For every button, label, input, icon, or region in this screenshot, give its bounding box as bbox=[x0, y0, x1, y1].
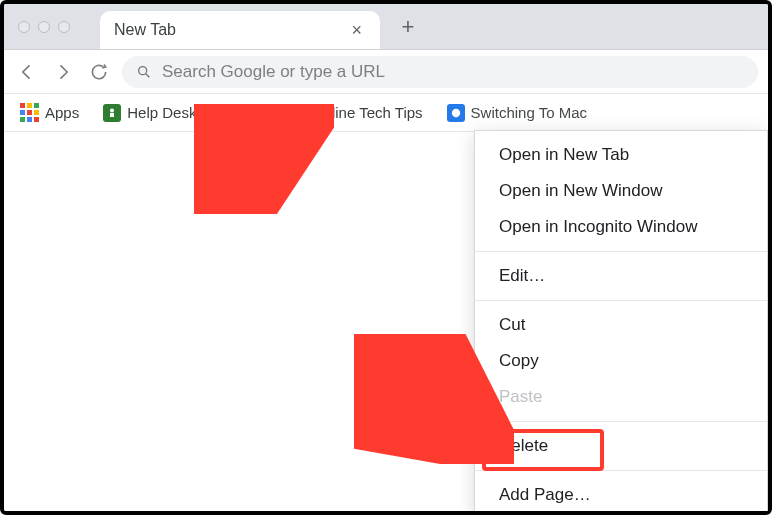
ctx-cut[interactable]: Cut bbox=[475, 307, 767, 343]
bookmark-label: Online Tech Tips bbox=[312, 104, 423, 121]
bookmark-label: Help Desk Geek –… bbox=[127, 104, 264, 121]
reload-icon bbox=[89, 62, 109, 82]
address-bar[interactable]: Search Google or type a URL bbox=[122, 56, 758, 88]
address-bar-placeholder: Search Google or type a URL bbox=[162, 62, 385, 82]
apps-label: Apps bbox=[45, 104, 79, 121]
bookmarks-bar: Apps Help Desk Geek –… OTT Online Tech T… bbox=[4, 94, 768, 132]
favicon-icon: OTT bbox=[288, 104, 306, 122]
new-tab-button[interactable]: + bbox=[390, 9, 426, 45]
bookmark-label: Switching To Mac bbox=[471, 104, 587, 121]
ctx-copy[interactable]: Copy bbox=[475, 343, 767, 379]
apps-shortcut[interactable]: Apps bbox=[14, 99, 85, 126]
ctx-add-page[interactable]: Add Page… bbox=[475, 477, 767, 513]
close-window-icon[interactable] bbox=[18, 21, 30, 33]
svg-point-0 bbox=[139, 66, 147, 74]
menu-separator bbox=[475, 421, 767, 422]
context-menu: Open in New Tab Open in New Window Open … bbox=[474, 130, 768, 515]
browser-tab[interactable]: New Tab × bbox=[100, 11, 380, 49]
search-icon bbox=[136, 64, 152, 80]
tab-title: New Tab bbox=[114, 21, 347, 39]
reload-button[interactable] bbox=[86, 59, 112, 85]
back-button[interactable] bbox=[14, 59, 40, 85]
menu-separator bbox=[475, 470, 767, 471]
favicon-icon bbox=[103, 104, 121, 122]
ctx-paste: Paste bbox=[475, 379, 767, 415]
menu-separator bbox=[475, 300, 767, 301]
arrow-left-icon bbox=[17, 62, 37, 82]
maximize-window-icon[interactable] bbox=[58, 21, 70, 33]
close-tab-icon[interactable]: × bbox=[347, 20, 366, 41]
favicon-icon bbox=[447, 104, 465, 122]
menu-separator bbox=[475, 251, 767, 252]
titlebar: New Tab × + bbox=[4, 4, 768, 50]
svg-point-2 bbox=[110, 108, 114, 112]
minimize-window-icon[interactable] bbox=[38, 21, 50, 33]
toolbar: Search Google or type a URL bbox=[4, 50, 768, 94]
ctx-delete[interactable]: Delete bbox=[475, 428, 767, 464]
bookmark-item[interactable]: Switching To Mac bbox=[441, 100, 593, 126]
forward-button[interactable] bbox=[50, 59, 76, 85]
ctx-edit[interactable]: Edit… bbox=[475, 258, 767, 294]
ctx-open-incognito[interactable]: Open in Incognito Window bbox=[475, 209, 767, 245]
arrow-right-icon bbox=[53, 62, 73, 82]
apps-icon bbox=[20, 103, 39, 122]
ctx-open-new-tab[interactable]: Open in New Tab bbox=[475, 137, 767, 173]
svg-line-1 bbox=[146, 74, 149, 77]
svg-point-4 bbox=[451, 108, 459, 116]
bookmark-item[interactable]: OTT Online Tech Tips bbox=[282, 100, 429, 126]
window-controls bbox=[18, 21, 70, 33]
svg-rect-3 bbox=[110, 113, 114, 117]
ctx-open-new-window[interactable]: Open in New Window bbox=[475, 173, 767, 209]
bookmark-item[interactable]: Help Desk Geek –… bbox=[97, 100, 270, 126]
